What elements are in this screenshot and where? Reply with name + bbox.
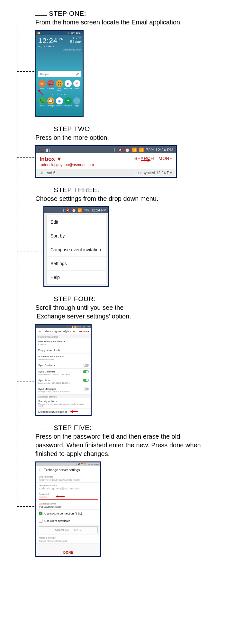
mute-icon: 🔇 — [66, 208, 70, 212]
email-app-icon[interactable]: ✉ — [39, 80, 46, 87]
more-dropdown-menu: Edit Sort by Compose event invitation Se… — [46, 215, 106, 284]
weather-updated: Updated 10:02 AM ⟳ — [36, 49, 83, 51]
step-one-label: STEP ONE: — [49, 10, 86, 17]
battery-text: 73% 12:24 PM — [83, 208, 106, 212]
step-five-desc: Press on the password field and then era… — [35, 432, 203, 458]
settings-titlebar: ← roderick.j.goyena@asmnet.co... REMOVE — [36, 328, 91, 335]
field-password[interactable]: Password •••••••• — [36, 491, 100, 501]
camera-app-icon[interactable]: 📷 — [47, 80, 54, 87]
clock-date: Fri, October 2 — [36, 45, 83, 49]
playstore-app-icon[interactable]: ▶ — [65, 80, 72, 87]
status-right: ⚡ 73% 12:24 — [68, 32, 82, 34]
step-two: STEP TWO: Press on the more option. 📞 ◧ … — [22, 125, 212, 178]
weather-widget: ☀ 75° 9 Irvine — [70, 37, 81, 43]
step5-screenshot: ᚼ 🔇 ⏰ 📶 73% 12:24 PM ← Exchange server s… — [35, 461, 101, 557]
connector-step2 — [17, 157, 34, 158]
row-empty-trash[interactable]: Empty server trash — [36, 347, 91, 353]
step-three-desc: Choose settings from the drop down menu. — [35, 194, 212, 203]
step4-screenshot: ᚼ 🔇 ⏰ 📶 73% 12:24 PM ← roderick.j.goyena… — [35, 324, 92, 416]
connector-step5 — [17, 506, 34, 507]
bluetooth-icon: ᚼ — [62, 208, 65, 212]
checkbox-client-cert[interactable]: Use client certificate — [36, 517, 100, 524]
battery-text: 73% 12:24 PM — [146, 148, 173, 152]
menu-item-settings[interactable]: Settings — [47, 257, 106, 271]
field-domain[interactable]: Domain\username \roderick.j.goyena@asmne… — [36, 483, 100, 491]
step-four-desc: Scroll through until you see the 'Exchan… — [35, 303, 151, 321]
app-row: ✉Email 📷Camera 🎧Play Music ▶Play Store M… — [36, 79, 83, 92]
step-three-label: STEP THREE: — [54, 186, 99, 194]
remove-button[interactable]: REMOVE — [79, 330, 89, 333]
folder-sync-section: Folder sync settings — [36, 335, 91, 338]
advanced-section: Advanced settings — [36, 395, 91, 398]
row-sync-task[interactable]: Sync TaskLast synced on 10/02/2015 12:24… — [36, 377, 91, 386]
phone-app-icon[interactable]: 📞 — [39, 97, 46, 104]
menu-item-sortby[interactable]: Sort by — [47, 229, 106, 243]
connector-step4 — [17, 381, 34, 381]
menu-item-edit[interactable]: Edit — [47, 215, 106, 229]
step-two-desc: Press on the more option. — [35, 133, 212, 142]
unread-count: Unread 6 — [40, 171, 55, 175]
row-sync-conflict[interactable]: In case of sync conflictServer has prior… — [36, 353, 91, 362]
account-title: roderick.j.goyena@asmnet.co... — [43, 330, 78, 333]
apps-drawer-icon[interactable]: ⋮⋮ — [73, 97, 80, 104]
row-sync-contacts[interactable]: Sync Contacts — [36, 362, 91, 369]
menu-item-help[interactable]: Help — [47, 271, 106, 284]
input-focus-line — [39, 499, 98, 500]
playmusic-app-icon[interactable]: 🎧 — [56, 80, 63, 87]
wifi-icon: 📶 — [77, 208, 82, 212]
field-server[interactable]: Exchange server mail.asmnet.com — [36, 501, 100, 510]
row-security-options[interactable]: Security optionsManage encryption and si… — [36, 398, 91, 409]
status-bar: ᚼ 🔇 ⏰ 📶 73% 12:24 PM — [44, 207, 108, 213]
status-bar: ᚼ 🔇 ⏰ 📶 73% 12:24 PM — [36, 462, 100, 466]
last-synced: Last synced 12:24 PM — [134, 171, 173, 175]
more-button[interactable]: MORE — [158, 156, 173, 161]
row-exchange-server-settings[interactable]: Exchange server settings — [36, 409, 91, 415]
bluetooth-icon: ᚼ — [113, 148, 116, 152]
toggle-icon[interactable] — [83, 379, 89, 382]
toggle-icon[interactable] — [83, 370, 89, 373]
checkbox-ssl[interactable]: ✓ Use secure connection (SSL) — [36, 510, 100, 517]
account-email: roderick.j.goyena@asmnet.com — [40, 163, 94, 167]
client-certificate-button[interactable]: CLIENT CERTIFICATE — [39, 526, 98, 533]
status-bar: ᚼ 🔇 ⏰ 📶 73% 12:24 PM — [36, 325, 91, 328]
step-four-label: STEP FOUR: — [54, 295, 96, 303]
back-icon[interactable]: ← — [38, 468, 42, 472]
screen-title: Exchange server settings — [44, 468, 80, 472]
toggle-icon[interactable] — [83, 364, 89, 367]
search-button[interactable]: SEARCH — [134, 156, 154, 161]
checkbox-icon: ✓ — [39, 512, 42, 515]
dock-row: 📞Phone 💬Messages ◉Chrome ❝Hangouts ⋮⋮App… — [36, 96, 83, 108]
done-button[interactable]: DONE — [36, 548, 100, 556]
chrome-app-icon[interactable]: ◉ — [56, 97, 63, 104]
google-search-bar[interactable]: Google 🎤 — [38, 71, 81, 77]
checkbox-icon — [39, 519, 42, 523]
alarm-icon: ⏰ — [72, 208, 76, 212]
step-two-label: STEP TWO: — [54, 125, 92, 133]
row-sync-calendar[interactable]: Sync CalendarLast synced on 10/02/2015 1… — [36, 369, 91, 377]
tutorial-document: STEP ONE: From the home screen locate th… — [0, 0, 225, 644]
hangouts-app-icon[interactable]: ❝ — [65, 97, 72, 104]
row-period-calendar[interactable]: Period to sync Calendar6 months — [36, 338, 91, 347]
signal-icon: 📶 — [139, 148, 144, 152]
caret-down-icon: ▼ — [56, 156, 62, 163]
wifi-icon: 📶 — [132, 148, 137, 152]
field-email[interactable]: Email address roderick.j.goyena@asmnet.c… — [36, 474, 100, 483]
status-bar: 📞 ◧ ᚼ 🔇 ⏰ 📶 📶 73% 12:24 PM — [36, 146, 176, 153]
mute-icon: 🔇 — [118, 148, 123, 152]
connector-step3 — [17, 252, 42, 252]
step-three: STEP THREE: Choose settings from the dro… — [22, 186, 212, 287]
row-sync-messages[interactable]: Sync MessagesLast synced on 10/02/2015 1… — [36, 386, 91, 395]
gmail-app-icon[interactable]: M — [73, 80, 80, 87]
messages-app-icon[interactable]: 💬 — [47, 97, 54, 104]
clock-widget: 12:24 PM ☀ 75° 9 Irvine — [36, 35, 83, 45]
step1-screenshot: 📶 ⚡ 73% 12:24 12:24 PM ☀ 75° 9 Irvine Fr… — [35, 30, 84, 117]
inbox-dropdown[interactable]: Inbox ▼ — [40, 156, 94, 163]
menu-item-compose[interactable]: Compose event invitation — [47, 243, 106, 257]
settings-titlebar: ← Exchange server settings — [36, 466, 100, 474]
clock-time: 12:24 — [38, 37, 58, 45]
back-icon[interactable]: ← — [38, 329, 41, 333]
email-subheader: Unread 6 Last synced 12:24 PM — [36, 169, 176, 177]
toggle-icon[interactable] — [83, 388, 89, 390]
mic-icon[interactable]: 🎤 — [76, 73, 79, 76]
step2-screenshot: 📞 ◧ ᚼ 🔇 ⏰ 📶 📶 73% 12:24 PM Inbox ▼ — [35, 145, 177, 178]
